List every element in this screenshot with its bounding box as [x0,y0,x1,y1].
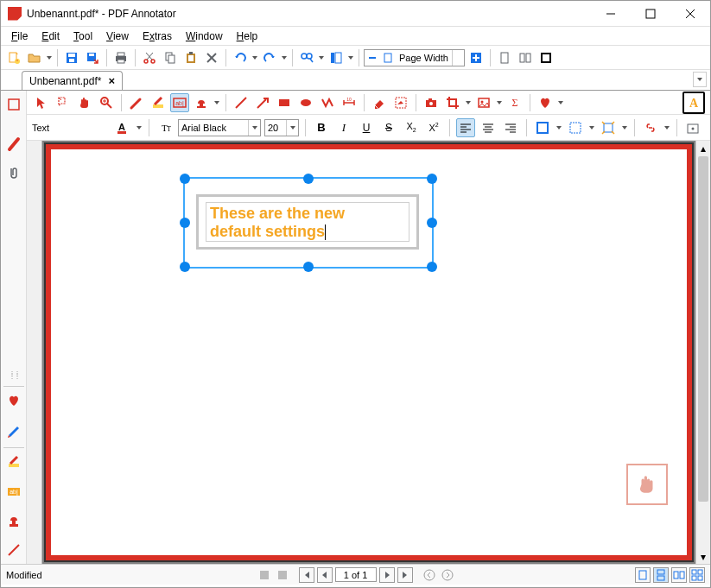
align-right-button[interactable] [501,118,520,137]
fill-color-button[interactable] [533,118,552,137]
fullscreen-button[interactable] [536,48,555,67]
document-tab[interactable]: Unbenannt.pdf* × [22,71,123,90]
menu-file[interactable]: File [4,28,35,44]
subscript-button[interactable]: X2 [402,118,421,137]
highlighter-fav-icon[interactable] [3,452,24,472]
next-page-button[interactable] [379,567,395,583]
sidebar-dropdown[interactable] [347,56,354,60]
pen-tool[interactable] [127,93,146,112]
menu-view[interactable]: View [99,28,136,44]
two-page-button[interactable] [516,48,535,67]
fit-box-button[interactable] [599,118,618,137]
scroll-down-button[interactable]: ▾ [696,549,710,564]
sidebar-toggle-button[interactable] [327,48,346,67]
page-thumb-next[interactable] [275,567,290,583]
favorites-dropdown[interactable] [557,101,564,104]
color-preview[interactable]: A [682,92,705,114]
image-dropdown[interactable] [496,101,503,104]
undo-button[interactable] [231,48,250,67]
size-combo[interactable] [264,119,299,136]
resize-handle-nw[interactable] [180,174,190,184]
minimize-button[interactable] [591,1,631,27]
tab-list-dropdown[interactable] [693,72,707,87]
ellipse-tool[interactable] [296,93,315,112]
undo-dropdown[interactable] [251,56,258,60]
resize-handle-s[interactable] [303,262,314,272]
scroll-up-button[interactable]: ▴ [696,141,710,155]
paste-button[interactable] [181,48,200,67]
bold-button[interactable]: B [312,118,331,137]
dimension-tool[interactable]: 10 [340,93,359,112]
sidebar-drag-handle[interactable]: ⋮⋮⋮⋮ [9,372,19,377]
pen-tool-icon[interactable] [3,420,24,440]
clip-fav-icon[interactable] [3,163,24,184]
arrow-tool[interactable] [253,93,272,112]
stamp-fav-icon[interactable] [3,510,24,531]
layout-two-page-button[interactable] [671,567,687,583]
erase-area-tool[interactable] [391,93,410,112]
last-page-button[interactable] [397,567,413,583]
nav-back-button[interactable] [422,567,437,583]
align-center-button[interactable] [479,118,498,137]
italic-button[interactable]: I [334,118,353,137]
crop-dropdown[interactable] [465,101,472,104]
open-button[interactable] [25,48,44,67]
page-input[interactable] [335,567,377,582]
link-button[interactable] [641,118,660,137]
scroll-thumb[interactable] [698,156,708,502]
stamp-dropdown[interactable] [213,101,220,104]
image-tool[interactable] [474,93,493,112]
polygon-tool[interactable] [318,93,337,112]
cut-button[interactable] [140,48,159,67]
stamp-tool[interactable] [192,93,211,112]
resize-handle-sw[interactable] [180,262,190,272]
menu-tool[interactable]: Tool [67,28,99,44]
layout-single-button[interactable] [635,567,651,583]
redo-button[interactable] [260,48,279,67]
superscript-button[interactable]: X2 [424,118,443,137]
page-thumb-prev[interactable] [257,567,272,583]
zoom-dropdown[interactable] [452,50,464,66]
redo-dropdown[interactable] [281,56,288,60]
pan-tool[interactable] [75,93,94,112]
page-viewport[interactable]: These are the new default settings [42,141,695,564]
resize-handle-se[interactable] [427,262,437,272]
maximize-button[interactable] [631,1,670,27]
menu-help[interactable]: Help [230,28,265,44]
new-doc-button[interactable]: * [4,48,23,67]
lock-button[interactable] [683,118,702,137]
save-button[interactable] [62,48,81,67]
favorites-button[interactable] [536,93,555,112]
line-fav-icon[interactable] [3,540,24,560]
zoom-combo[interactable]: Page Width [364,49,465,66]
formula-tool[interactable]: Σ [505,93,524,112]
rectangle-tool[interactable] [275,93,294,112]
crop-tool[interactable] [443,93,462,112]
menu-window[interactable]: Window [179,28,230,44]
border-color-button[interactable] [566,118,585,137]
resize-handle-ne[interactable] [427,174,437,184]
font-input[interactable] [179,123,248,133]
layout-continuous-button[interactable] [653,567,669,583]
strikethrough-button[interactable]: S [379,118,398,137]
layout-book-button[interactable] [689,567,705,583]
font-color-button[interactable]: A [113,118,132,137]
font-color-dropdown[interactable] [136,126,143,130]
delete-button[interactable] [202,48,221,67]
close-button[interactable] [670,1,710,27]
print-button[interactable] [111,48,130,67]
nav-fwd-button[interactable] [440,567,455,583]
select-rect-icon[interactable] [3,94,24,115]
fill-dropdown[interactable] [555,126,562,130]
single-page-button[interactable] [495,48,514,67]
vertical-scrollbar[interactable]: ▴ ▾ [695,141,710,564]
first-page-button[interactable] [299,567,314,583]
tab-close-button[interactable]: × [108,74,115,87]
eraser-tool[interactable] [370,93,389,112]
zoom-out-button[interactable] [365,53,380,63]
resize-handle-n[interactable] [303,174,314,184]
border-dropdown[interactable] [588,126,595,130]
menu-extras[interactable]: Extras [136,28,179,44]
text-tool[interactable]: ab| [170,93,189,112]
textbox-fav-icon[interactable]: ab| [3,481,24,502]
